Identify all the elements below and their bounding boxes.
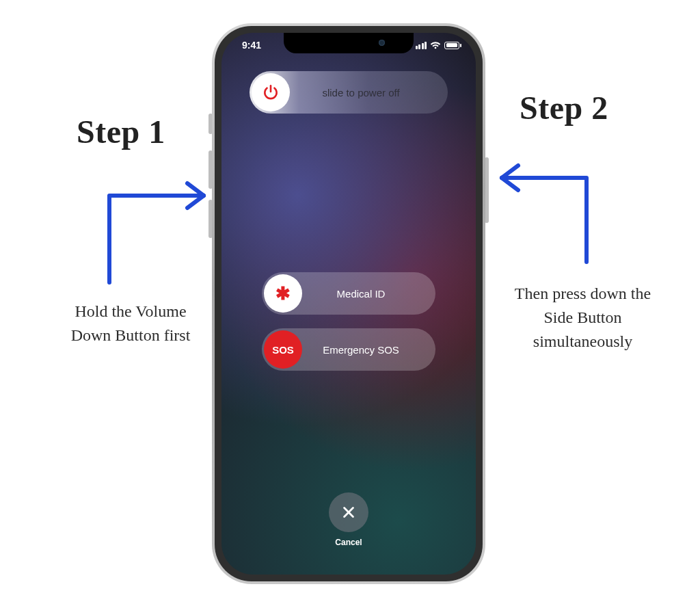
step1-arrow (96, 163, 226, 286)
emergency-sos-slider[interactable]: SOS Emergency SOS (262, 328, 435, 371)
cancel-button[interactable]: Cancel (329, 492, 368, 547)
wifi-icon (430, 41, 441, 49)
cellular-icon (416, 42, 427, 49)
phone-screen: 9:41 slide to power off ✱ (221, 33, 476, 575)
phone-mockup: 9:41 slide to power off ✱ (212, 23, 485, 584)
status-time: 9:41 (242, 40, 261, 51)
power-off-label: slide to power off (292, 87, 448, 98)
medical-id-label: Medical ID (304, 288, 435, 300)
step1-title: Step 1 (77, 113, 165, 150)
power-off-slider[interactable]: slide to power off (250, 71, 448, 114)
sos-icon: SOS (264, 330, 302, 369)
medical-icon: ✱ (264, 274, 302, 313)
step2-title: Step 2 (520, 89, 608, 127)
medical-id-slider[interactable]: ✱ Medical ID (262, 272, 435, 315)
battery-icon (444, 42, 459, 49)
phone-frame: 9:41 slide to power off ✱ (212, 23, 485, 584)
step2-arrow (492, 140, 608, 270)
close-icon (329, 492, 368, 532)
status-bar: 9:41 (221, 38, 476, 53)
emergency-sos-label: Emergency SOS (304, 344, 435, 356)
step1-body: Hold the Volume Down Button first (66, 300, 196, 347)
power-icon (252, 73, 290, 111)
step2-body: Then press down the Side Button simultan… (506, 282, 660, 353)
cancel-label: Cancel (329, 538, 368, 547)
